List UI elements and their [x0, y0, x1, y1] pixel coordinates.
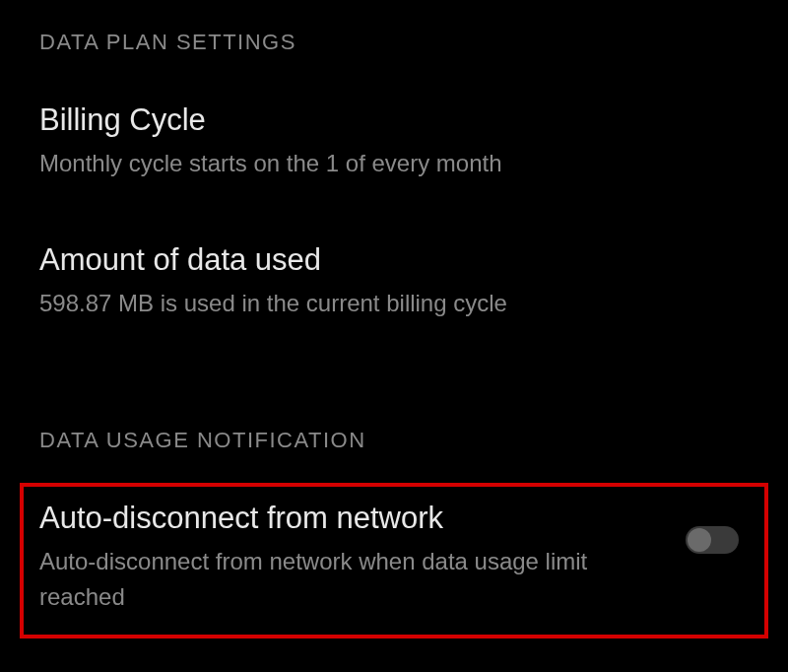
auto-disconnect-item[interactable]: Auto-disconnect from network Auto-discon… [20, 483, 768, 638]
billing-cycle-item[interactable]: Billing Cycle Monthly cycle starts on th… [39, 102, 749, 181]
auto-disconnect-description: Auto-disconnect from network when data u… [39, 544, 666, 615]
data-used-description: 598.87 MB is used in the current billing… [39, 286, 749, 321]
data-used-item[interactable]: Amount of data used 598.87 MB is used in… [39, 242, 749, 321]
data-plan-section-header: DATA PLAN SETTINGS [39, 30, 749, 55]
billing-cycle-title: Billing Cycle [39, 102, 749, 138]
auto-disconnect-text-container: Auto-disconnect from network Auto-discon… [39, 501, 686, 615]
settings-page: DATA PLAN SETTINGS Billing Cycle Monthly… [0, 0, 788, 672]
data-used-title: Amount of data used [39, 242, 749, 278]
toggle-knob-icon [688, 528, 711, 552]
auto-disconnect-toggle[interactable] [686, 526, 739, 554]
auto-disconnect-toggle-container [686, 501, 749, 554]
billing-cycle-description: Monthly cycle starts on the 1 of every m… [39, 146, 749, 181]
auto-disconnect-title: Auto-disconnect from network [39, 501, 666, 536]
data-usage-notification-section-header: DATA USAGE NOTIFICATION [39, 428, 749, 453]
